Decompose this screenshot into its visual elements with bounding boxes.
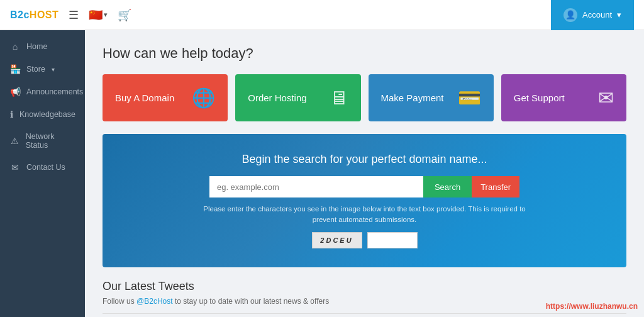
sidebar-item-announcements[interactable]: 📢 Announcements [0,81,85,103]
make-payment-card[interactable]: Make Payment 💳 [369,74,494,121]
banner-title: Begin the search for your perfect domain… [115,153,614,166]
search-row: Search Transfer [115,176,614,197]
support-mail-icon: ✉ [598,87,614,109]
tweets-suffix: to stay up to date with our latest news … [175,297,329,306]
tweets-follow-text: Follow us [103,297,136,306]
language-selector[interactable]: 🇨🇳 ▾ [89,8,108,22]
search-button[interactable]: Search [423,176,472,197]
order-hosting-label: Order Hosting [248,92,306,103]
knowledgebase-icon: ℹ [10,109,13,120]
logo-text: B2cHOST [10,9,58,21]
flag-dropdown-icon: ▾ [104,11,108,19]
domain-search-input[interactable] [209,176,423,197]
sidebar-label-network-status: Network Status [26,132,75,150]
logo: B2cHOST [10,9,58,21]
tweets-handle-link[interactable]: @B2cHost [136,297,173,306]
content-area: How can we help today? Buy A Domain 🌐 Or… [85,30,644,317]
store-icon: 🏪 [10,64,20,74]
footer: Powered by WHMCompleteSolution [103,313,626,318]
announcements-icon: 📢 [10,87,20,97]
home-icon: ⌂ [10,42,20,52]
navbar: B2cHOST ☰ 🇨🇳 ▾ 🛒 👤 Account ▾ [0,0,644,30]
avatar: 👤 [564,8,577,22]
transfer-button[interactable]: Transfer [472,176,519,197]
domain-banner: Begin the search for your perfect domain… [103,134,626,267]
captcha-image: 2DCEU [312,232,362,248]
sidebar-label-contact-us: Contact Us [26,163,65,172]
dropdown-icon: ▾ [617,10,621,19]
sidebar-item-home[interactable]: ⌂ Home [0,35,85,58]
sidebar-item-network-status[interactable]: ⚠ Network Status [0,126,85,156]
captcha-input[interactable] [367,232,418,248]
captcha-row: 2DCEU [115,232,614,248]
watermark: https://www.liuzhanwu.cn [546,302,638,311]
sidebar-label-home: Home [26,42,47,51]
get-support-label: Get Support [514,92,565,103]
account-label: Account [582,10,612,19]
page-title: How can we help today? [103,45,626,62]
sidebar-item-store[interactable]: 🏪 Store ▾ [0,58,85,81]
hamburger-icon[interactable]: ☰ [69,8,79,22]
buy-domain-card[interactable]: Buy A Domain 🌐 [103,74,228,121]
sidebar-label-announcements: Announcements [26,87,83,96]
captcha-notice: Please enter the characters you see in t… [115,204,614,226]
get-support-card[interactable]: Get Support ✉ [501,74,626,121]
network-status-icon: ⚠ [10,136,19,146]
domain-globe-icon: 🌐 [192,87,215,109]
sidebar-item-knowledgebase[interactable]: ℹ Knowledgebase [0,103,85,126]
order-hosting-card[interactable]: Order Hosting 🖥 [235,74,360,121]
buy-domain-label: Buy A Domain [115,92,174,103]
store-dropdown-icon: ▾ [52,66,55,73]
contact-us-icon: ✉ [10,162,20,172]
sidebar-item-contact-us[interactable]: ✉ Contact Us [0,156,85,179]
tweets-title: Our Latest Tweets [103,280,626,293]
navbar-right: 👤 Account ▾ [551,0,634,30]
make-payment-label: Make Payment [381,92,444,103]
payment-card-icon: 💳 [458,87,481,109]
sidebar-label-store: Store [26,65,45,74]
account-button[interactable]: 👤 Account ▾ [551,0,634,30]
sidebar: ⌂ Home 🏪 Store ▾ 📢 Announcements ℹ Knowl… [0,30,85,317]
action-cards: Buy A Domain 🌐 Order Hosting 🖥 Make Paym… [103,74,626,121]
main-layout: ⌂ Home 🏪 Store ▾ 📢 Announcements ℹ Knowl… [0,30,644,317]
hosting-server-icon: 🖥 [330,87,348,109]
captcha-text: 2DCEU [320,236,353,244]
sidebar-label-knowledgebase: Knowledgebase [19,110,75,119]
navbar-left: B2cHOST ☰ 🇨🇳 ▾ 🛒 [10,8,131,22]
cart-icon[interactable]: 🛒 [118,8,131,22]
